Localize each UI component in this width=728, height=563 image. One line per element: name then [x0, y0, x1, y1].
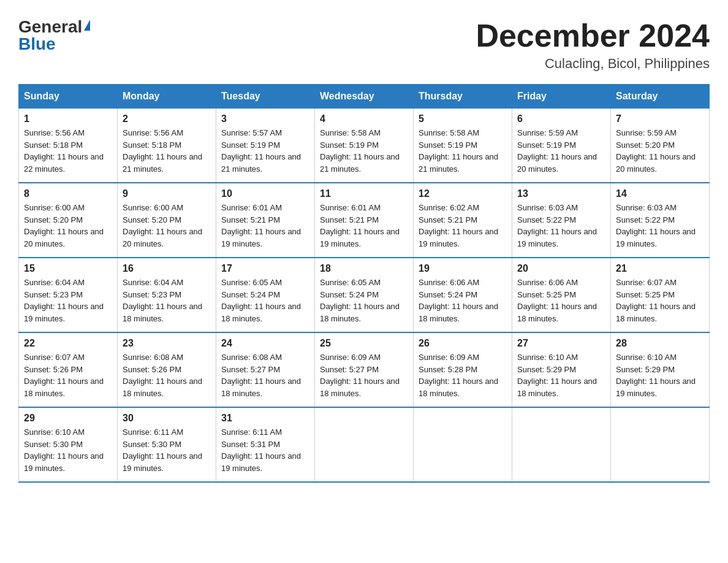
- table-row: 3Sunrise: 5:57 AMSunset: 5:19 PMDaylight…: [216, 109, 315, 183]
- table-row: 10Sunrise: 6:01 AMSunset: 5:21 PMDayligh…: [216, 183, 315, 258]
- logo-triangle-icon: [84, 20, 90, 31]
- day-number: 13: [517, 188, 605, 199]
- day-info: Sunrise: 5:56 AMSunset: 5:18 PMDaylight:…: [123, 127, 211, 175]
- day-info: Sunrise: 6:09 AMSunset: 5:28 PMDaylight:…: [419, 351, 507, 399]
- table-row: 9Sunrise: 6:00 AMSunset: 5:20 PMDaylight…: [118, 183, 216, 258]
- day-info: Sunrise: 6:10 AMSunset: 5:30 PMDaylight:…: [24, 426, 112, 474]
- day-number: 6: [517, 113, 605, 124]
- day-number: 3: [221, 113, 309, 124]
- table-row: [315, 407, 414, 482]
- day-info: Sunrise: 6:03 AMSunset: 5:22 PMDaylight:…: [616, 202, 704, 250]
- day-number: 7: [616, 113, 704, 124]
- day-number: 15: [24, 263, 112, 274]
- title-block: December 2024 Culacling, Bicol, Philippi…: [476, 18, 710, 72]
- day-number: 10: [221, 188, 309, 199]
- calendar-header: Sunday Monday Tuesday Wednesday Thursday…: [19, 85, 710, 109]
- day-info: Sunrise: 6:06 AMSunset: 5:25 PMDaylight:…: [517, 277, 605, 324]
- table-row: 18Sunrise: 6:05 AMSunset: 5:24 PMDayligh…: [315, 258, 414, 332]
- table-row: 11Sunrise: 6:01 AMSunset: 5:21 PMDayligh…: [315, 183, 414, 258]
- col-thursday: Thursday: [414, 85, 512, 109]
- col-friday: Friday: [512, 85, 611, 109]
- calendar-body: 1Sunrise: 5:56 AMSunset: 5:18 PMDaylight…: [19, 109, 710, 483]
- day-info: Sunrise: 5:57 AMSunset: 5:19 PMDaylight:…: [221, 127, 309, 175]
- col-saturday: Saturday: [611, 85, 710, 109]
- day-info: Sunrise: 5:59 AMSunset: 5:20 PMDaylight:…: [616, 127, 704, 175]
- week-row: 1Sunrise: 5:56 AMSunset: 5:18 PMDaylight…: [19, 109, 710, 183]
- table-row: 17Sunrise: 6:05 AMSunset: 5:24 PMDayligh…: [216, 258, 315, 332]
- logo-blue-text: Blue: [18, 36, 56, 53]
- week-row: 15Sunrise: 6:04 AMSunset: 5:23 PMDayligh…: [19, 258, 710, 332]
- day-number: 4: [320, 113, 408, 124]
- table-row: 24Sunrise: 6:08 AMSunset: 5:27 PMDayligh…: [216, 332, 315, 407]
- location-title: Culacling, Bicol, Philippines: [476, 56, 710, 72]
- table-row: 4Sunrise: 5:58 AMSunset: 5:19 PMDaylight…: [315, 109, 414, 183]
- day-info: Sunrise: 6:00 AMSunset: 5:20 PMDaylight:…: [24, 202, 112, 250]
- day-info: Sunrise: 5:59 AMSunset: 5:19 PMDaylight:…: [517, 127, 605, 175]
- day-number: 28: [616, 338, 704, 349]
- day-number: 23: [123, 338, 211, 349]
- table-row: 1Sunrise: 5:56 AMSunset: 5:18 PMDaylight…: [19, 109, 118, 183]
- header-row: Sunday Monday Tuesday Wednesday Thursday…: [19, 85, 710, 109]
- day-info: Sunrise: 6:00 AMSunset: 5:20 PMDaylight:…: [123, 202, 211, 250]
- table-row: 2Sunrise: 5:56 AMSunset: 5:18 PMDaylight…: [118, 109, 216, 183]
- logo-general-text: General: [18, 18, 82, 36]
- day-number: 11: [320, 188, 408, 199]
- table-row: 15Sunrise: 6:04 AMSunset: 5:23 PMDayligh…: [19, 258, 118, 332]
- day-number: 21: [616, 263, 704, 274]
- day-info: Sunrise: 6:02 AMSunset: 5:21 PMDaylight:…: [419, 202, 507, 250]
- day-number: 18: [320, 263, 408, 274]
- table-row: 25Sunrise: 6:09 AMSunset: 5:27 PMDayligh…: [315, 332, 414, 407]
- table-row: 27Sunrise: 6:10 AMSunset: 5:29 PMDayligh…: [512, 332, 611, 407]
- day-number: 24: [221, 338, 309, 349]
- month-title: December 2024: [476, 18, 710, 53]
- day-info: Sunrise: 6:07 AMSunset: 5:26 PMDaylight:…: [24, 351, 112, 399]
- day-info: Sunrise: 5:58 AMSunset: 5:19 PMDaylight:…: [419, 127, 507, 175]
- table-row: 14Sunrise: 6:03 AMSunset: 5:22 PMDayligh…: [611, 183, 710, 258]
- table-row: 7Sunrise: 5:59 AMSunset: 5:20 PMDaylight…: [611, 109, 710, 183]
- day-number: 9: [123, 188, 211, 199]
- table-row: 28Sunrise: 6:10 AMSunset: 5:29 PMDayligh…: [611, 332, 710, 407]
- day-info: Sunrise: 6:08 AMSunset: 5:26 PMDaylight:…: [123, 351, 211, 399]
- day-number: 8: [24, 188, 112, 199]
- day-info: Sunrise: 6:10 AMSunset: 5:29 PMDaylight:…: [517, 351, 605, 399]
- table-row: 31Sunrise: 6:11 AMSunset: 5:31 PMDayligh…: [216, 407, 315, 482]
- day-info: Sunrise: 6:07 AMSunset: 5:25 PMDaylight:…: [616, 277, 704, 324]
- table-row: 26Sunrise: 6:09 AMSunset: 5:28 PMDayligh…: [414, 332, 512, 407]
- table-row: 21Sunrise: 6:07 AMSunset: 5:25 PMDayligh…: [611, 258, 710, 332]
- day-number: 12: [419, 188, 507, 199]
- table-row: [512, 407, 611, 482]
- day-info: Sunrise: 6:04 AMSunset: 5:23 PMDaylight:…: [123, 277, 211, 324]
- day-number: 2: [123, 113, 211, 124]
- col-wednesday: Wednesday: [315, 85, 414, 109]
- day-number: 20: [517, 263, 605, 274]
- logo: General Blue: [18, 18, 90, 53]
- table-row: 19Sunrise: 6:06 AMSunset: 5:24 PMDayligh…: [414, 258, 512, 332]
- day-info: Sunrise: 6:05 AMSunset: 5:24 PMDaylight:…: [320, 277, 408, 324]
- day-info: Sunrise: 5:58 AMSunset: 5:19 PMDaylight:…: [320, 127, 408, 175]
- table-row: [611, 407, 710, 482]
- table-row: 29Sunrise: 6:10 AMSunset: 5:30 PMDayligh…: [19, 407, 118, 482]
- day-number: 5: [419, 113, 507, 124]
- calendar-table: Sunday Monday Tuesday Wednesday Thursday…: [18, 84, 710, 483]
- table-row: 12Sunrise: 6:02 AMSunset: 5:21 PMDayligh…: [414, 183, 512, 258]
- day-number: 25: [320, 338, 408, 349]
- day-info: Sunrise: 6:09 AMSunset: 5:27 PMDaylight:…: [320, 351, 408, 399]
- day-info: Sunrise: 6:11 AMSunset: 5:31 PMDaylight:…: [221, 426, 309, 474]
- week-row: 22Sunrise: 6:07 AMSunset: 5:26 PMDayligh…: [19, 332, 710, 407]
- table-row: 20Sunrise: 6:06 AMSunset: 5:25 PMDayligh…: [512, 258, 611, 332]
- page-header: General Blue December 2024 Culacling, Bi…: [18, 18, 710, 72]
- col-monday: Monday: [118, 85, 216, 109]
- day-info: Sunrise: 6:05 AMSunset: 5:24 PMDaylight:…: [221, 277, 309, 324]
- day-info: Sunrise: 6:06 AMSunset: 5:24 PMDaylight:…: [419, 277, 507, 324]
- col-sunday: Sunday: [19, 85, 118, 109]
- day-info: Sunrise: 6:08 AMSunset: 5:27 PMDaylight:…: [221, 351, 309, 399]
- table-row: [414, 407, 512, 482]
- table-row: 23Sunrise: 6:08 AMSunset: 5:26 PMDayligh…: [118, 332, 216, 407]
- day-number: 1: [24, 113, 112, 124]
- day-number: 26: [419, 338, 507, 349]
- day-info: Sunrise: 6:01 AMSunset: 5:21 PMDaylight:…: [221, 202, 309, 250]
- week-row: 29Sunrise: 6:10 AMSunset: 5:30 PMDayligh…: [19, 407, 710, 482]
- day-number: 30: [123, 413, 211, 424]
- week-row: 8Sunrise: 6:00 AMSunset: 5:20 PMDaylight…: [19, 183, 710, 258]
- day-info: Sunrise: 6:01 AMSunset: 5:21 PMDaylight:…: [320, 202, 408, 250]
